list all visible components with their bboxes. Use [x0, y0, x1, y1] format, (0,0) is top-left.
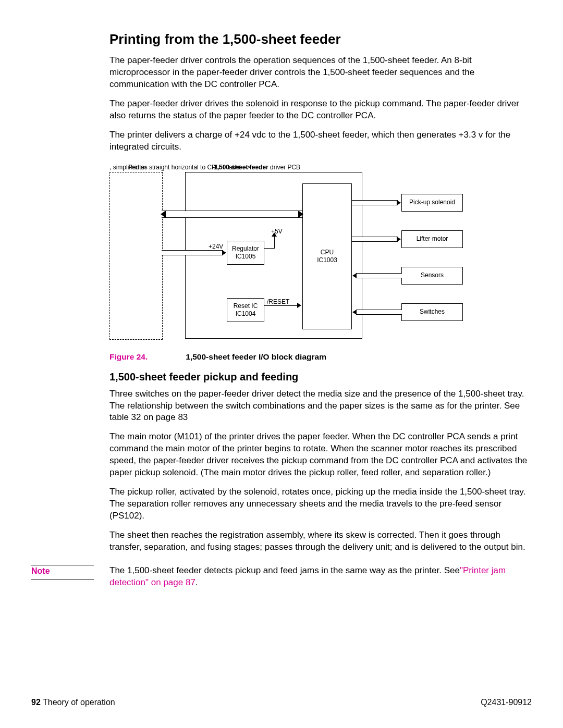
pickup-solenoid-box: Pick-up solenoid — [401, 194, 463, 212]
paragraph: The sheet then reaches the registration … — [109, 529, 532, 553]
arrowhead-left-icon — [352, 273, 357, 278]
arrowhead-left-icon — [352, 310, 357, 315]
pcb-label-bold: 1,500-sheet feeder — [214, 164, 268, 171]
line-5v-vert — [274, 236, 275, 248]
figure-title: 1,500-sheet feeder I/O block diagram — [186, 352, 326, 361]
cpu-box: CPU IC1003 — [302, 183, 352, 329]
arrow-switches — [356, 310, 402, 315]
lifter-motor-box: Lifter motor — [401, 230, 463, 248]
arrow-printer-cpu — [162, 211, 302, 218]
footer-docnum: Q2431-90912 — [481, 698, 532, 707]
arrowhead-right-icon — [297, 303, 301, 308]
pcb-label: 1,500-sheet feeder driver PCB — [214, 164, 300, 171]
paragraph: Three switches on the paper-feeder drive… — [109, 388, 532, 424]
regulator-label: Regulator IC1005 — [232, 245, 259, 261]
reset-line — [264, 305, 298, 306]
sensors-box: Sensors — [401, 267, 463, 285]
arrowhead-right-icon — [298, 211, 303, 218]
arrowhead-right-icon — [222, 250, 226, 255]
paragraph: The paper-feeder driver controls the ope… — [109, 55, 532, 91]
reset-label: /RESET — [267, 298, 289, 305]
plus24v-label: +24V — [209, 243, 223, 250]
sensors-label: Sensors — [421, 272, 444, 279]
note-text-before: The 1,500-sheet feeder detects pickup an… — [109, 565, 460, 575]
regulator-box: Regulator IC1005 — [227, 241, 264, 265]
arrowhead-right-icon — [397, 237, 401, 242]
note-text: The 1,500-sheet feeder detects pickup an… — [109, 565, 532, 589]
printer-box — [109, 172, 163, 340]
paragraph: The printer delivers a charge of +24 vdc… — [109, 129, 532, 153]
paragraph: The main motor (M101) of the printer dri… — [109, 431, 532, 479]
resetic-box: Reset IC IC1004 — [227, 298, 264, 322]
page-number: 92 — [31, 698, 41, 707]
heading-sub: 1,500-sheet feeder pickup and feeding — [109, 371, 532, 383]
figure-label: Figure 24. — [109, 352, 183, 362]
arrowhead-up-icon — [272, 232, 277, 237]
figure-block-diagram: Printer 1,500-sheet feeder driver PCB CP… — [109, 164, 532, 362]
arrowhead-right-icon — [397, 200, 401, 205]
paragraph: The paper-feeder driver drives the solen… — [109, 98, 532, 122]
note-text-after: . — [195, 577, 198, 587]
switches-box: Switches — [401, 303, 463, 321]
arrow-pickup — [352, 200, 398, 205]
footer-left: 92 Theory of operation — [31, 698, 115, 707]
arrow-lifter — [352, 237, 398, 242]
arrow-sensors — [356, 273, 402, 278]
lifter-motor-label: Lifter motor — [417, 235, 448, 243]
switches-label: Switches — [420, 308, 445, 316]
printer-label: Printer — [128, 164, 146, 171]
paragraph: The pickup roller, activated by the sole… — [109, 486, 532, 522]
page: Printing from the 1,500-sheet feeder The… — [0, 0, 563, 728]
footer: 92 Theory of operation Q2431-90912 — [31, 698, 532, 707]
pickup-solenoid-label: Pick-up solenoid — [409, 199, 455, 206]
line-5v-h — [264, 248, 275, 249]
cpu-label: CPU IC1003 — [317, 249, 337, 264]
pcb-label-rest: driver PCB — [268, 164, 300, 171]
note-label: Note — [31, 565, 94, 579]
note-block: Note The 1,500-sheet feeder detects pick… — [31, 561, 532, 589]
chapter-title: Theory of operation — [41, 698, 115, 707]
figure-caption: Figure 24. 1,500-sheet feeder I/O block … — [109, 352, 532, 362]
arrow-24v — [162, 250, 223, 255]
diagram: Printer 1,500-sheet feeder driver PCB CP… — [109, 164, 474, 346]
resetic-label: Reset IC IC1004 — [234, 302, 258, 318]
heading-main: Printing from the 1,500-sheet feeder — [109, 31, 532, 47]
arrowhead-left-icon — [161, 211, 166, 218]
